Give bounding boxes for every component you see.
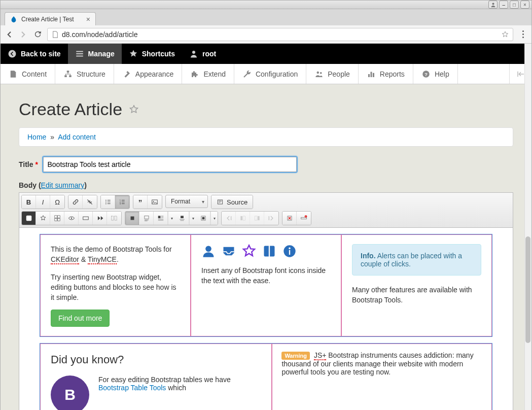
svg-rect-35 bbox=[181, 216, 184, 218]
window-minimize[interactable]: ‒ bbox=[499, 1, 508, 9]
drupal-favicon bbox=[10, 16, 17, 23]
bs-img-caption-button[interactable] bbox=[139, 212, 154, 225]
svg-rect-21 bbox=[218, 200, 222, 204]
image-button[interactable] bbox=[148, 195, 162, 209]
menu-content[interactable]: Content bbox=[1, 64, 55, 84]
menu-configuration[interactable]: Configuration bbox=[234, 64, 306, 84]
title-label: Title * bbox=[19, 160, 38, 168]
menu-people[interactable]: People bbox=[306, 64, 359, 84]
editor-content[interactable]: This is the demo of Bootstrap Tools for … bbox=[19, 228, 513, 410]
svg-text:?: ? bbox=[424, 71, 428, 77]
svg-point-7 bbox=[320, 72, 322, 74]
svg-point-45 bbox=[205, 246, 211, 252]
scrollbar-track[interactable] bbox=[524, 44, 531, 410]
align-dropdown[interactable]: ▾ bbox=[189, 212, 196, 225]
warning-badge: Warning bbox=[281, 352, 310, 360]
bs-col-right-button[interactable] bbox=[250, 212, 264, 225]
edit-summary-link[interactable]: Edit summary bbox=[41, 181, 85, 189]
format-dropdown[interactable]: Format bbox=[165, 195, 208, 208]
bs-table-tools-link[interactable]: Bootstrap Table Tools bbox=[98, 384, 166, 392]
address-bar[interactable]: d8.com/node/add/article bbox=[47, 28, 513, 41]
chrome-menu-icon[interactable] bbox=[518, 30, 527, 38]
svg-point-0 bbox=[492, 3, 494, 5]
url-text: d8.com/node/add/article bbox=[62, 30, 137, 39]
bs-move-right-button[interactable] bbox=[264, 212, 278, 225]
find-out-more-button[interactable]: Find out more bbox=[51, 310, 110, 327]
user-menu[interactable]: root bbox=[182, 44, 223, 64]
svg-rect-39 bbox=[243, 216, 245, 220]
people-icon bbox=[314, 70, 324, 79]
bs-img-inline-button[interactable] bbox=[125, 212, 139, 225]
manage-menu[interactable]: Manage bbox=[68, 44, 122, 64]
bs-delete-row-button[interactable] bbox=[297, 212, 311, 225]
back-to-site-label: Back to site bbox=[21, 50, 61, 58]
bold-button[interactable]: B bbox=[22, 195, 36, 209]
bs-insert-button[interactable] bbox=[22, 212, 36, 225]
breadcrumb-add-content[interactable]: Add content bbox=[58, 133, 96, 141]
puzzle-icon bbox=[190, 70, 199, 79]
bs-star-button[interactable] bbox=[36, 212, 50, 225]
shortcuts-menu[interactable]: Shortcuts bbox=[122, 44, 182, 64]
bootstrap-badge-icon: B bbox=[51, 375, 89, 410]
blockquote-button[interactable]: ” bbox=[133, 195, 148, 209]
style-dropdown[interactable]: ▾ bbox=[210, 212, 218, 225]
bullet-list-button[interactable] bbox=[101, 195, 115, 209]
bs-skip-button[interactable] bbox=[93, 212, 107, 225]
user-label: root bbox=[202, 50, 216, 58]
menu-appearance[interactable]: Appearance bbox=[114, 64, 183, 84]
svg-rect-8 bbox=[368, 74, 370, 77]
numbered-list-button[interactable]: 123 bbox=[115, 195, 129, 209]
link-button[interactable] bbox=[68, 195, 83, 209]
omega-button[interactable]: Ω bbox=[50, 195, 64, 209]
svg-rect-24 bbox=[57, 216, 60, 218]
nav-reload-icon[interactable] bbox=[33, 30, 42, 39]
source-button[interactable]: Source bbox=[211, 195, 253, 209]
admin-sub-menu: Content Structure Appearance Extend Conf… bbox=[1, 64, 531, 84]
title-input[interactable] bbox=[43, 157, 297, 172]
bs-move-left-button[interactable] bbox=[222, 212, 236, 225]
close-tab-icon[interactable]: × bbox=[86, 15, 90, 23]
document-icon bbox=[9, 70, 18, 79]
tab-title: Create Article | Test bbox=[21, 16, 74, 23]
bs-col-left-button[interactable] bbox=[236, 212, 250, 225]
did-you-know-col: Did you know? B For easy editing Bootstr… bbox=[40, 344, 272, 410]
svg-rect-30 bbox=[112, 216, 114, 220]
breadcrumb-home[interactable]: Home bbox=[27, 133, 46, 141]
col-3: Info. Alerts can be placed with a couple… bbox=[341, 234, 492, 336]
svg-rect-26 bbox=[57, 219, 60, 221]
float-dropdown[interactable]: ▾ bbox=[168, 212, 175, 225]
bs-align-button[interactable] bbox=[175, 212, 189, 225]
scrollbar-thumb[interactable] bbox=[525, 236, 530, 343]
inbox-icon bbox=[222, 244, 236, 258]
back-to-site[interactable]: Back to site bbox=[1, 44, 68, 64]
bs-style-button[interactable] bbox=[196, 212, 210, 225]
bookmark-star-icon[interactable] bbox=[502, 31, 509, 38]
drupal-admin-toolbar: Back to site Manage Shortcuts root bbox=[1, 44, 531, 64]
svg-rect-23 bbox=[54, 216, 57, 218]
book-icon bbox=[262, 244, 276, 258]
bs-show-button[interactable] bbox=[64, 212, 79, 225]
nav-forward-icon bbox=[19, 30, 28, 39]
browser-toolbar: d8.com/node/add/article bbox=[1, 25, 531, 44]
bs-float-left-button[interactable] bbox=[154, 212, 168, 225]
os-user-icon[interactable] bbox=[488, 1, 498, 9]
nav-back-icon[interactable] bbox=[5, 30, 14, 39]
menu-extend[interactable]: Extend bbox=[182, 64, 234, 84]
bs-delete-col-button[interactable] bbox=[282, 212, 297, 225]
menu-reports[interactable]: Reports bbox=[359, 64, 413, 84]
favorite-star-icon[interactable] bbox=[128, 104, 139, 115]
content-row-1: This is the demo of Bootstrap Tools for … bbox=[40, 234, 492, 336]
window-close[interactable]: × bbox=[520, 1, 529, 9]
menu-structure[interactable]: Structure bbox=[55, 64, 114, 84]
menu-help[interactable]: ?Help bbox=[413, 64, 458, 84]
italic-button[interactable]: I bbox=[36, 195, 50, 209]
hamburger-icon bbox=[75, 49, 84, 58]
svg-rect-31 bbox=[115, 216, 117, 220]
bs-split-button[interactable] bbox=[107, 212, 121, 225]
browser-tab[interactable]: Create Article | Test × bbox=[5, 12, 96, 25]
bs-container-button[interactable] bbox=[79, 212, 93, 225]
unlink-button[interactable] bbox=[83, 195, 97, 209]
svg-point-47 bbox=[289, 247, 291, 249]
bs-grid-button[interactable] bbox=[50, 212, 64, 225]
window-maximize[interactable]: □ bbox=[510, 1, 519, 9]
